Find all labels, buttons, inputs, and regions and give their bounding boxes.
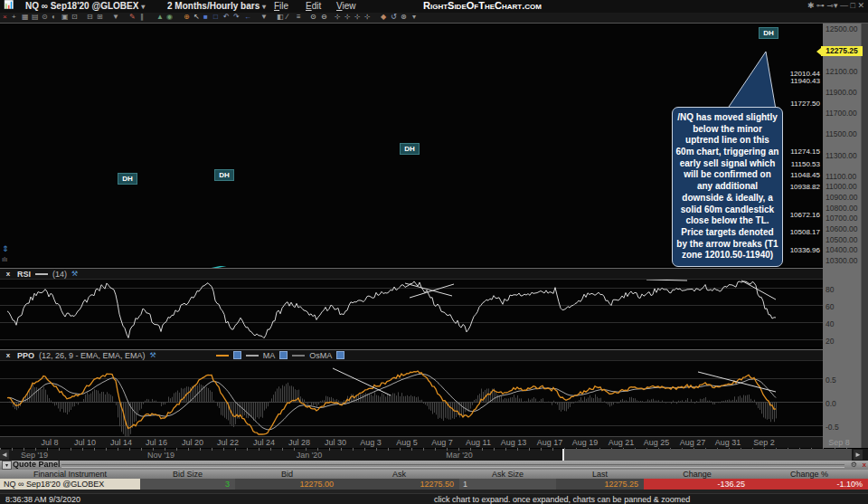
time-axis[interactable]: Jul 8Jul 10Jul 14Jul 16Jul 20Jul 22Jul 2…	[0, 436, 823, 449]
zoom-out-icon[interactable]: ⊖	[321, 13, 327, 22]
parallel-lines-tool-icon[interactable]: ≡	[297, 13, 301, 22]
divergent-high-label: DH	[400, 143, 420, 155]
split-pane-icon[interactable]: ⊟	[87, 13, 93, 22]
time-axis-label: Aug 13	[501, 438, 527, 447]
image-tool-icon[interactable]: ▣	[61, 13, 69, 22]
theme-tool-icon[interactable]: ◐	[52, 13, 56, 22]
quote-panel-collapse-button[interactable]: ▾	[2, 461, 12, 470]
target-tool-icon[interactable]: ⊕	[184, 13, 190, 22]
quote-panel-close-icon[interactable]: x	[863, 461, 866, 470]
expand-vertical-icon[interactable]: ⇕	[2, 244, 9, 253]
range-navigator-viewport[interactable]	[562, 449, 852, 461]
print-tool-icon[interactable]: ⊙	[42, 13, 48, 22]
restore-icon[interactable]: □	[848, 1, 855, 10]
crosshair-tool-icon[interactable]: +	[12, 13, 16, 22]
filter-funnel-icon[interactable]: ▼	[260, 13, 268, 22]
price-axis-label: 11500.00	[826, 129, 857, 138]
ppo-osma-checkbox[interactable]	[336, 351, 344, 359]
price-axis-label: 12100.00	[826, 67, 857, 76]
ppo-settings-icon[interactable]: ⚒	[150, 351, 156, 359]
ppo-ma-checkbox[interactable]	[279, 351, 288, 359]
quote-column-header[interactable]: Financial Instrument	[0, 470, 140, 479]
rsi-panel-header: x RSI (14) ⚒	[0, 268, 823, 280]
expand-right-icon[interactable]: ⊹	[344, 13, 351, 22]
symbol-selector[interactable]: NQ ∞ Sep18'20 @GLOBEX ▾	[25, 1, 145, 11]
delete-tool-icon[interactable]: ×	[3, 13, 7, 22]
quote-table-row[interactable]: NQ ∞ Sep18'20 @GLOBEX312275.0012275.5011…	[0, 479, 868, 490]
minimize-icon[interactable]: —	[838, 1, 849, 10]
cursor-tool-icon[interactable]: ↖	[193, 13, 200, 22]
quote-panel-settings-icon[interactable]: ⚙	[851, 461, 857, 470]
symbol-label: NQ ∞ Sep18'20 @GLOBEX	[25, 1, 138, 11]
more-tools-caret[interactable]: ▾	[412, 13, 416, 22]
price-axis-label: 10800.00	[826, 204, 857, 213]
time-axis-label: Aug 7	[431, 438, 453, 447]
time-axis-label: Jul 16	[146, 438, 167, 447]
quote-column-header[interactable]: Bid Size	[140, 470, 235, 479]
price-axis-label: 11100.00	[826, 172, 856, 181]
pan-icon[interactable]: ⊹	[354, 13, 361, 22]
layout-tool-icon[interactable]: ▤	[32, 13, 39, 22]
menu-edit[interactable]: Edit	[306, 1, 321, 11]
box-outline-tool-icon[interactable]: □	[213, 13, 218, 22]
timeframe-caret-icon: ▾	[262, 3, 266, 11]
bars-tool-icon[interactable]: ∥	[140, 13, 144, 22]
rsi-param: (14)	[52, 270, 67, 279]
quote-column-header[interactable]: Ask	[339, 470, 459, 479]
quote-column-header[interactable]: Ask Size	[459, 470, 556, 479]
trendline-tool-icon[interactable]: ∕	[287, 13, 288, 22]
last-price-tag: 12275.25	[821, 46, 863, 56]
rsi-close-button[interactable]: x	[4, 270, 13, 278]
tools-gear-icon[interactable]: ⊛	[401, 13, 407, 22]
analyst-callout-note[interactable]: /NQ has moved slightly below the minor u…	[672, 107, 783, 267]
expand-left-icon[interactable]: ⊹	[335, 13, 341, 22]
quote-column-header[interactable]: Change %	[750, 470, 868, 479]
timeframe-selector[interactable]: 2 Months/Hourly bars ▾	[167, 1, 266, 11]
dropdown-icon[interactable]: ▼	[112, 13, 119, 22]
link-icon[interactable]: ⊶	[814, 1, 825, 10]
rsi-axis-label: 80	[826, 285, 834, 294]
ppo-line-checkbox[interactable]	[233, 351, 241, 359]
ppo-line-swatch	[216, 355, 229, 357]
close-icon[interactable]: ✕	[855, 1, 864, 10]
nav-scroll-right-button[interactable]: ►	[854, 450, 863, 460]
fit-icon[interactable]: ⊹	[364, 13, 371, 22]
zoom-in-icon[interactable]: ⊙	[310, 13, 316, 22]
quote-bid-size-cell: 3	[140, 479, 235, 490]
time-axis-label: Aug 27	[680, 438, 706, 447]
undo-icon[interactable]: ↶	[223, 13, 230, 22]
quote-column-header[interactable]: Change	[644, 470, 750, 479]
redo-icon[interactable]: ↷	[233, 13, 240, 22]
rsi-line-swatch	[35, 273, 48, 275]
refresh-icon[interactable]: ↺	[391, 13, 397, 22]
ppo-title: PPO	[17, 351, 34, 360]
nav-date-label: Mar '20	[446, 451, 473, 460]
box-tool-icon[interactable]: ■	[203, 13, 208, 22]
polygon-tool-icon[interactable]: ◆	[381, 13, 386, 22]
chart-style-icon[interactable]: ◧	[277, 13, 284, 22]
quad-pane-icon[interactable]: ⊞	[97, 13, 103, 22]
globe-icon[interactable]: ◉	[166, 13, 173, 22]
quote-column-header[interactable]: Bid	[235, 470, 339, 479]
pin-icon[interactable]: ⊸▾	[825, 1, 838, 10]
grid-tool-icon[interactable]: ▦	[22, 13, 29, 22]
time-axis-label: Jul 10	[74, 438, 96, 447]
price-tag-notch	[816, 48, 821, 55]
price-axis-label: 10600.00	[826, 224, 857, 233]
snapshot-tool-icon[interactable]: ⊡	[71, 13, 78, 22]
mini-candles-icon: ılı	[2, 255, 7, 263]
drawing-toolbar: ×+▦▤⊙◐▣⊡⊟⊞▼✎∥▲◉⊕↖■□↶↷←▼◧∕≡⊙⊖⊹⊹⊹⊹◆↺⊛▾	[0, 13, 868, 24]
ppo-close-button[interactable]: x	[4, 351, 13, 359]
site-watermark: RightSideOfTheChart.com	[423, 0, 542, 11]
back-icon[interactable]: ←	[244, 13, 251, 22]
mountain-chart-icon[interactable]: ▲	[156, 13, 164, 22]
rsi-settings-icon[interactable]: ⚒	[71, 270, 78, 278]
nav-scroll-left-button[interactable]: ◄	[0, 450, 9, 460]
time-axis-label: Jul 20	[182, 438, 203, 447]
quote-panel-title: Quote Panel	[13, 460, 61, 469]
quote-column-header[interactable]: Last	[556, 470, 644, 479]
menu-file[interactable]: File	[274, 1, 288, 11]
menu-view[interactable]: View	[336, 1, 356, 11]
vertical-scrollbar[interactable]	[861, 23, 868, 448]
draw-tool-icon[interactable]: ✎	[129, 13, 136, 22]
